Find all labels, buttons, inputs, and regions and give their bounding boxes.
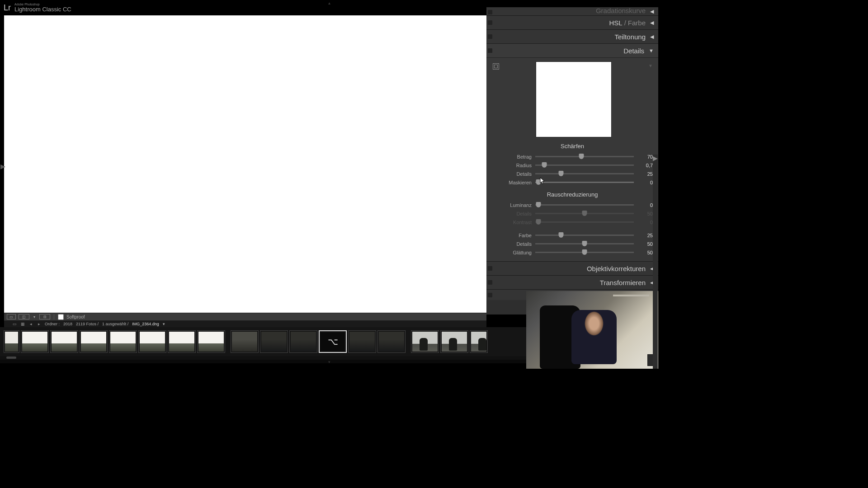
slider-track[interactable] — [535, 204, 634, 206]
slider-value[interactable]: 0,7 — [637, 163, 653, 168]
slider-value[interactable]: 50 — [637, 241, 653, 247]
slider-label: Glättung — [492, 250, 535, 255]
detail-100pct-preview[interactable] — [536, 61, 612, 137]
slider-track[interactable] — [535, 243, 634, 244]
slider-track[interactable] — [535, 235, 634, 236]
detail-pick-area-icon[interactable] — [493, 63, 499, 70]
main-preview[interactable] — [4, 15, 486, 313]
sharpen-section-title: Schärfen — [492, 143, 653, 150]
before-after-menu-icon[interactable]: ▾ — [32, 314, 37, 319]
slider-handle[interactable] — [582, 249, 587, 255]
slider-label: Maskieren — [492, 180, 535, 185]
slider-track[interactable] — [535, 164, 634, 166]
sharpen-slider-row: Radius0,7 — [492, 161, 653, 169]
panel-header-gradation[interactable]: Gradationskurve ◀ — [486, 7, 658, 15]
slider-handle[interactable] — [582, 241, 587, 246]
panel-title-sep: / — [624, 19, 626, 27]
current-filename: IMG_2364.dng — [132, 322, 159, 326]
nav-fwd-icon[interactable]: ▸ — [37, 322, 41, 326]
right-panel-collapse-icon[interactable]: ▶ — [653, 155, 658, 369]
panel-title: Transformieren — [600, 279, 646, 286]
panel-toggle-dot[interactable] — [488, 293, 492, 297]
before-after-tb-icon[interactable]: ⊟ — [39, 314, 50, 319]
panel-header-details[interactable]: Details ▼ — [486, 43, 658, 57]
collapse-icon: ◀ — [650, 34, 654, 40]
filmstrip-thumb[interactable] — [138, 330, 166, 353]
filmstrip-thumb-selected[interactable]: ⌥ — [319, 330, 347, 353]
filmstrip-thumb[interactable] — [377, 330, 406, 353]
slider-label: Luminanz — [492, 202, 535, 208]
slider-handle[interactable] — [536, 219, 541, 225]
panel-header-transform[interactable]: Transformieren ◀ — [486, 275, 658, 289]
panel-title: Teiltonung — [615, 33, 646, 41]
filmstrip-thumb[interactable] — [50, 330, 78, 353]
slider-value[interactable]: 70 — [637, 154, 653, 160]
slider-handle[interactable] — [558, 232, 563, 238]
filmstrip-thumb[interactable] — [470, 330, 488, 353]
slider-label: Radius — [492, 163, 535, 168]
slider-value[interactable]: 0 — [637, 220, 653, 225]
main-area: ▶ Gradationskurve ◀ HSL / Farbe ◀ Teilto… — [0, 15, 658, 313]
slider-handle[interactable] — [536, 202, 541, 207]
filmstrip-thumb[interactable] — [80, 330, 108, 353]
panel-header-teiltonung[interactable]: Teiltonung ◀ — [486, 29, 658, 43]
filmstrip-thumb[interactable] — [411, 330, 439, 353]
slider-value[interactable]: 0 — [637, 202, 653, 208]
slider-track[interactable] — [535, 173, 634, 174]
filmstrip-thumb[interactable] — [289, 330, 317, 353]
slider-value[interactable]: 50 — [637, 211, 653, 216]
slider-track[interactable] — [535, 182, 634, 183]
panel-toggle-dot[interactable] — [488, 20, 492, 25]
loupe-view-icon[interactable]: ▭ — [7, 314, 16, 319]
filmstrip-thumb[interactable] — [440, 330, 468, 353]
filmstrip-thumb[interactable] — [197, 330, 225, 353]
slider-track[interactable] — [535, 156, 634, 157]
noise-color-slider-row: Details50 — [492, 239, 653, 248]
left-panel-expand-icon[interactable]: ▶ — [0, 163, 5, 170]
grid-icon[interactable]: ▦ — [20, 322, 25, 326]
slider-value[interactable]: 25 — [637, 233, 653, 238]
slider-value[interactable]: 25 — [637, 171, 653, 177]
panel-title: Objektivkorrekturen — [587, 265, 646, 272]
before-after-lr-icon[interactable]: ◫ — [19, 314, 29, 319]
filmstrip-thumb[interactable] — [21, 330, 49, 353]
slider-value[interactable]: 50 — [637, 250, 653, 255]
filmstrip-thumb[interactable] — [4, 330, 19, 353]
slider-label: Farbe — [492, 233, 535, 238]
panel-header-hsl[interactable]: HSL / Farbe ◀ — [486, 15, 658, 29]
slider-handle[interactable] — [542, 162, 547, 168]
second-window-icon[interactable]: ▭ — [12, 322, 17, 326]
softproof-checkbox[interactable] — [58, 314, 64, 320]
slider-handle[interactable] — [558, 171, 563, 176]
nav-back-icon[interactable]: ◂ — [28, 322, 33, 326]
folder-year[interactable]: 2018 — [63, 322, 72, 326]
noise-luminance-slider-row: Luminanz0 — [492, 201, 653, 209]
slider-handle[interactable] — [582, 211, 587, 216]
detail-zoom-menu-icon[interactable]: ▼ — [648, 63, 653, 68]
details-panel-body: ▼ Schärfen Betrag70Radius0,7Details25Mas… — [486, 57, 658, 261]
filename-menu-icon[interactable]: ▾ — [163, 322, 165, 326]
slider-handle[interactable] — [579, 154, 584, 159]
panel-toggle-dot[interactable] — [488, 266, 492, 271]
slider-label: Betrag — [492, 154, 535, 160]
slider-track[interactable] — [535, 252, 634, 253]
slider-track[interactable] — [535, 221, 634, 223]
panel-toggle-dot[interactable] — [488, 34, 492, 39]
panel-title: Gradationskurve — [596, 7, 646, 14]
panel-toggle-dot[interactable] — [488, 48, 492, 53]
slider-handle[interactable] — [536, 179, 541, 185]
panel-header-objektiv[interactable]: Objektivkorrekturen ◀ — [486, 261, 658, 275]
panel-toggle-dot[interactable] — [488, 10, 492, 14]
filmstrip-thumb[interactable] — [260, 330, 288, 353]
brand-superscript: Adobe Photoshop — [14, 3, 71, 6]
noise-luminance-slider-row: Kontrast0 — [492, 218, 653, 226]
filmstrip-thumb[interactable] — [168, 330, 196, 353]
panel-toggle-dot[interactable] — [488, 280, 492, 285]
filmstrip-thumb[interactable] — [231, 330, 259, 353]
filmstrip-thumb[interactable] — [348, 330, 376, 353]
filmstrip-status-bar: ▭ ▦ ◂ ▸ Ordner : 2018 2119 Fotos / 1 aus… — [4, 321, 486, 327]
slider-track[interactable] — [535, 213, 634, 214]
top-panel-toggle-icon[interactable]: ▴ — [328, 0, 330, 5]
slider-value[interactable]: 0 — [637, 180, 653, 185]
filmstrip-thumb[interactable] — [109, 330, 137, 353]
